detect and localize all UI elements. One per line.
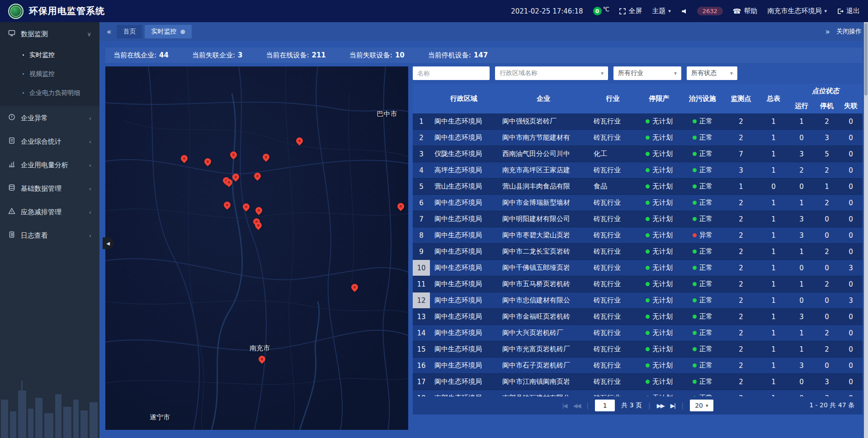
cell-lost: 0: [839, 244, 863, 259]
cell-lost: 0: [839, 358, 863, 373]
table-row[interactable]: 15阆中生态环境局阆中市光富页岩机砖厂砖瓦行业无计划正常21120: [413, 341, 863, 358]
sidebar-subitem-0-0[interactable]: ·实时监控: [0, 46, 99, 65]
scroll-tabs-left-button[interactable]: «: [105, 27, 113, 36]
cell-industry: 砖瓦行业: [589, 227, 637, 243]
table-row[interactable]: 8阆中生态环境局阆中市枣碧大梁山页岩砖瓦行业无计划异常21300: [413, 227, 863, 244]
scroll-tabs-right-button[interactable]: »: [824, 27, 832, 36]
sidebar-item-4[interactable]: 基础数据管理‹: [0, 177, 99, 200]
alert-count-badge[interactable]: 2632: [697, 7, 723, 15]
theme-dropdown[interactable]: 主题 ▾: [652, 7, 671, 15]
cell-stop: 2: [815, 244, 839, 259]
status-dot: [693, 282, 697, 286]
cell-meter: 1: [759, 195, 788, 211]
region-select[interactable]: 行政区域名称 ▾: [495, 66, 608, 80]
header-plan: 停限产: [637, 84, 682, 113]
status-dot: [693, 331, 697, 335]
stat-item: 当前失联设备:10: [349, 51, 405, 60]
sound-button[interactable]: [681, 8, 687, 14]
table-row[interactable]: 16阆中生态环境局阆中市石子页岩机砖厂砖瓦行业无计划正常21300: [413, 358, 863, 374]
cell-plan: 无计划: [637, 325, 682, 341]
vertical-scrollbar[interactable]: [864, 22, 868, 438]
cell-facility: 正常: [682, 325, 723, 341]
table-row[interactable]: 17阆中生态环境局阆中市江南镇阆南页岩砖瓦行业无计划正常21030: [413, 374, 863, 390]
cell-company: 阆中市金博瑞新型墙材: [498, 195, 589, 211]
table-row[interactable]: 13阆中生态环境局阆中市金福旺页岩机砖砖瓦行业无计划正常21300: [413, 309, 863, 325]
sidebar-item-1[interactable]: 企业异常‹: [0, 106, 99, 130]
table-row[interactable]: 10阆中生态环境局阆中千佛镇五郎垭页岩砖瓦行业无计划正常21003: [413, 260, 863, 276]
cell-plan: 无计划: [637, 292, 682, 308]
stat-value: 211: [312, 51, 326, 59]
help-button[interactable]: ☎ 帮助: [733, 7, 758, 15]
status-select[interactable]: 所有状态 ▾: [687, 66, 737, 80]
header-stop: 停机: [815, 99, 839, 113]
pagination-bar: |◀ ◀◀ | 共 3 页 | ▶▶ ▶| | 20 ▾: [413, 396, 863, 414]
last-page-button[interactable]: ▶|: [670, 402, 675, 409]
next-page-button[interactable]: ▶▶: [657, 402, 664, 409]
table-row[interactable]: 4高坪生态环境局南充市高坪区王家店建砖瓦行业无计划正常31220: [413, 162, 863, 179]
cell-index: 13: [413, 309, 430, 325]
sidebar-item-5[interactable]: 应急减排管理‹: [0, 200, 99, 224]
scrollbar-thumb[interactable]: [864, 23, 868, 95]
tab-0[interactable]: 首页: [117, 25, 142, 38]
cell-company: 阆中大兴页岩机砖厂: [498, 325, 589, 341]
sidebar-subitem-0-2[interactable]: ·企业电力负荷明细: [0, 84, 99, 103]
sidebar-item-6[interactable]: 日志查看‹: [0, 224, 99, 247]
cell-industry: 砖瓦行业: [589, 195, 637, 211]
table-row[interactable]: 12阆中生态环境局阆中市忠信建材有限公砖瓦行业无计划正常21003: [413, 292, 863, 309]
table-row[interactable]: 2阆中生态环境局阆中市南方节能建材有砖瓦行业无计划正常21030: [413, 130, 863, 146]
first-page-button[interactable]: |◀: [562, 402, 566, 409]
cell-plan: 无计划: [637, 374, 682, 390]
cell-index: 18: [413, 390, 430, 396]
table-row[interactable]: 3仪陇生态环境局西南油气田分公司川中化工无计划正常71350: [413, 146, 863, 162]
sidebar-item-3[interactable]: 企业用电量分析‹: [0, 153, 99, 177]
map[interactable]: 巴中市南充市遂宁市: [105, 66, 408, 430]
close-icon[interactable]: ⊗: [180, 28, 185, 35]
industry-select[interactable]: 所有行业 ▾: [613, 66, 681, 80]
header-points: 监测点: [723, 84, 759, 113]
table-row[interactable]: 5营山生态环境局营山县润丰肉食品有限食品无计划正常10010: [413, 179, 863, 195]
sidebar-subitem-0-1[interactable]: ·视频监控: [0, 65, 99, 84]
sidebar-item-label: 企业用电量分析: [21, 161, 84, 170]
page-size-select[interactable]: 20 ▾: [690, 400, 713, 411]
cell-facility: 正常: [682, 374, 723, 390]
fullscreen-button[interactable]: 全屏: [619, 7, 642, 15]
cell-points: 2: [723, 309, 759, 325]
org-dropdown[interactable]: 南充市生态环境局 ▾: [767, 7, 827, 15]
cell-region: 阆中生态环境局: [430, 374, 498, 390]
cell-points: 2: [723, 341, 759, 357]
cell-index: 2: [413, 130, 430, 146]
sidebar-item-0[interactable]: 数据监测∨: [0, 22, 99, 46]
stat-label: 当前在线设备:: [266, 51, 309, 60]
cell-points: 2: [723, 292, 759, 308]
tab-1[interactable]: 实时监控⊗: [145, 25, 192, 38]
sidebar-item-2[interactable]: 企业综合统计‹: [0, 130, 99, 153]
chevron-down-icon: ▾: [668, 8, 671, 14]
status-dot: [693, 315, 697, 319]
cell-points: 2: [723, 195, 759, 211]
table-row[interactable]: 11阆中生态环境局阆中市五马桥页岩机砖砖瓦行业无计划正常21120: [413, 276, 863, 292]
logout-button[interactable]: 退出: [837, 7, 860, 15]
cell-run: 1: [788, 325, 815, 341]
chart-icon: [8, 160, 15, 170]
close-operations-button[interactable]: 关闭操作: [836, 28, 862, 36]
temperature-unit: ℃: [603, 6, 610, 13]
cell-stop: 2: [815, 195, 839, 211]
cell-stop: 2: [815, 325, 839, 341]
header-point-status-group: 点位状态: [788, 84, 863, 99]
table-row[interactable]: 6阆中生态环境局阆中市金博瑞新型墙材砖瓦行业无计划正常21120: [413, 195, 863, 211]
table-row[interactable]: 9阆中生态环境局阆中市二龙长宝页岩砖砖瓦行业无计划正常21120: [413, 244, 863, 260]
table-row[interactable]: 7阆中生态环境局阆中明阳建材有限公司砖瓦行业无计划正常21300: [413, 211, 863, 227]
table-row[interactable]: 14阆中生态环境局阆中大兴页岩机砖厂砖瓦行业无计划正常21120: [413, 325, 863, 341]
status-dot: [693, 363, 697, 367]
page-number-input[interactable]: [595, 400, 615, 411]
cell-region: 仪陇生态环境局: [430, 146, 498, 162]
table-row[interactable]: 1阆中生态环境局阆中强锐页岩砖厂砖瓦行业无计划正常21120: [413, 113, 863, 130]
cell-index: 15: [413, 341, 430, 357]
prev-page-button[interactable]: ◀◀: [573, 402, 580, 409]
monitor-icon: [8, 29, 15, 38]
table-row[interactable]: 18南部生态环境局南部县砖瓦建材有限公砖瓦行业无计划正常21030: [413, 390, 863, 396]
cell-lost: 0: [839, 325, 863, 341]
cell-facility: 正常: [682, 276, 723, 292]
cell-meter: 1: [759, 130, 788, 146]
name-search-input[interactable]: [413, 66, 490, 80]
